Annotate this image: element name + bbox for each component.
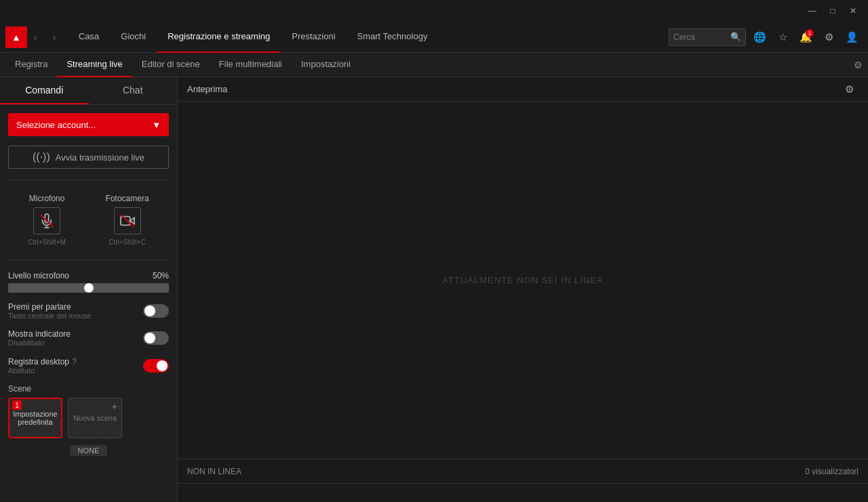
left-panel: Comandi Chat Selezione account... ▼ ((·)… [0,77,178,502]
mic-button[interactable] [33,207,60,234]
camera-shortcut: Ctrl+Shift+C [108,238,145,246]
panel-content: Selezione account... ▼ ((·)) Avvia trasm… [0,105,177,502]
mic-level-label: Livello microfono [8,271,69,280]
nav-items: Casa Giochi Registrazione e streaming Pr… [68,22,669,53]
show-indicator-toggle[interactable] [143,331,169,345]
status-bar: NON IN LINEA 0 visualizzatori [178,459,868,483]
tab-chat[interactable]: Chat [89,77,178,104]
help-icon[interactable]: ? [72,356,77,367]
subnav-streaming[interactable]: Streaming live [57,53,132,77]
preview-header: Anteprima ⚙ [178,77,868,102]
nav-item-casa[interactable]: Casa [68,22,110,53]
viewers-count: 0 visualizzatori [805,467,859,476]
preview-area: ATTUALMENTE NON SEI IN LINEA [178,102,868,459]
show-indicator-sublabel: Disabilitato [8,339,71,347]
scene-item-default[interactable]: 1 Impostazione predefinita [8,398,62,438]
profile-button[interactable]: 👤 [842,28,861,47]
sub-nav-items: Registra Streaming live Editor di scene … [5,53,360,77]
amd-logo: ▲ [5,26,27,48]
live-button[interactable]: ((·)) Avvia trasmissione live [8,146,169,169]
push-to-talk-thumb [144,306,155,316]
mic-shortcut: Ctrl+Shift+M [28,238,66,246]
push-to-talk-toggle[interactable] [143,304,169,318]
show-indicator-group: Mostra indicatore Disabilitato [8,329,71,347]
scene-item-add[interactable]: + Nuova scena [68,398,122,438]
preview-message: ATTUALMENTE NON SEI IN LINEA [442,275,603,285]
scene-section-label: Scene [8,384,169,394]
forward-button[interactable]: › [46,29,62,45]
account-chevron: ▼ [152,120,161,130]
mic-level-slider[interactable] [8,283,169,293]
push-to-talk-sublabel: Tasto centrale del mouse [8,312,91,320]
mic-label: Microfono [29,194,65,203]
record-desktop-toggle[interactable] [143,359,169,373]
push-to-talk-group: Premi per parlare Tasto centrale del mou… [8,302,91,320]
show-indicator-thumb [144,333,155,343]
nav-right: 🔍 🌐 ☆ 🔔 1 ⚙ 👤 [669,28,868,47]
tab-comandi[interactable]: Comandi [0,77,89,104]
scene-list: 1 Impostazione predefinita + Nuova scena [8,398,169,438]
subnav-registra[interactable]: Registra [5,53,57,77]
record-desktop-label: Registra desktop [8,357,69,367]
back-button[interactable]: ‹ [27,29,43,45]
add-scene-label: Nuova scena [73,414,117,422]
record-desktop-sublabel: Abilitato [8,367,77,375]
show-indicator-label: Mostra indicatore [8,329,71,339]
live-label: Avvia trasmissione live [56,152,144,163]
minimize-button[interactable]: — [803,3,822,18]
title-bar-right: — □ ✕ [803,3,863,18]
nav-item-smart[interactable]: Smart Technology [347,22,439,53]
record-desktop-group: Registra desktop ? Abilitato [8,356,77,375]
search-box[interactable]: 🔍 [669,28,746,46]
notification-badge: 1 [806,29,814,37]
title-bar: — □ ✕ [0,0,868,22]
favorites-button[interactable]: ☆ [773,28,792,47]
right-panel: Anteprima ⚙ ATTUALMENTE NON SEI IN LINEA… [178,77,868,502]
sub-nav: Registra Streaming live Editor di scene … [0,53,868,77]
scene-add-icon: + [112,401,117,412]
mic-level-value: 50% [153,271,169,280]
nav-item-giochi[interactable]: Giochi [110,22,157,53]
settings-button[interactable]: ⚙ [819,28,838,47]
scene-name: Impostazione predefinita [12,410,58,426]
nav-item-registrazione[interactable]: Registrazione e streaming [157,22,281,53]
record-desktop-row: Registra desktop ? Abilitato [8,356,169,375]
nav-item-prestazioni[interactable]: Prestazioni [281,22,346,53]
subnav-editor[interactable]: Editor di scene [132,53,210,77]
search-input[interactable] [673,33,728,42]
none-badge: NONE [70,445,108,456]
svg-marker-3 [130,217,134,224]
maximize-button[interactable]: □ [823,3,842,18]
subnav-impostazioni[interactable]: Impostazioni [292,53,360,77]
separator-2 [8,259,169,260]
subnav-file[interactable]: File multimediali [210,53,292,77]
microphone-control: Microfono Ctrl+Shift+M [28,194,66,246]
live-icon: ((·)) [33,151,50,163]
scene-number: 1 [12,400,22,410]
record-desktop-thumb [157,360,167,371]
preview-settings-icon[interactable]: ⚙ [840,80,859,99]
separator-1 [8,180,169,180]
subnav-settings-icon[interactable]: ⚙ [854,60,863,70]
preview-title: Anteprima [187,84,227,94]
camera-label: Fotocamera [106,194,149,203]
controls-row: Microfono Ctrl+Shift+M Fotocamera [8,194,169,246]
push-to-talk-row: Premi per parlare Tasto centrale del mou… [8,302,169,320]
notifications-button[interactable]: 🔔 1 [796,28,815,47]
scene-section: Scene 1 Impostazione predefinita + Nuova… [8,384,169,456]
panel-tabs: Comandi Chat [0,77,177,105]
camera-button[interactable] [114,207,141,234]
account-dropdown[interactable]: Selezione account... ▼ [8,113,169,136]
close-button[interactable]: ✕ [844,3,863,18]
account-label: Selezione account... [16,120,96,130]
camera-control: Fotocamera Ctrl+Shift+C [106,194,149,246]
show-indicator-row: Mostra indicatore Disabilitato [8,329,169,347]
search-icon: 🔍 [730,32,741,42]
nav-arrows: ‹ › [27,29,62,45]
globe-button[interactable]: 🌐 [750,28,769,47]
main-layout: Comandi Chat Selezione account... ▼ ((·)… [0,77,868,502]
nav-bar: ▲ ‹ › Casa Giochi Registrazione e stream… [0,22,868,53]
status-offline: NON IN LINEA [187,467,241,476]
bottom-bar [178,483,868,502]
push-to-talk-label: Premi per parlare [8,302,91,312]
